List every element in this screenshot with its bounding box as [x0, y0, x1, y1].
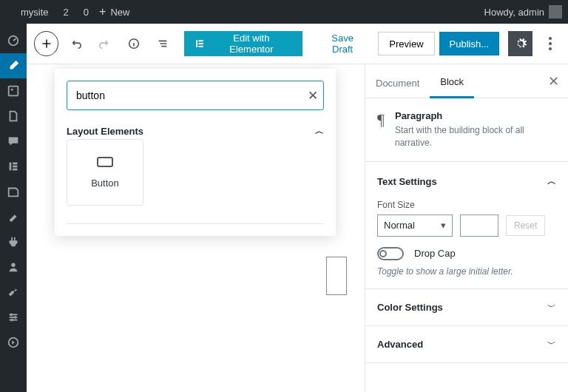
svg-point-8 [11, 263, 15, 267]
svg-point-14 [10, 319, 13, 322]
info-button[interactable] [121, 31, 146, 56]
menu-templates[interactable] [0, 179, 27, 204]
svg-rect-17 [196, 40, 197, 47]
menu-users[interactable] [0, 254, 27, 280]
save-draft-button[interactable]: Save Draft [311, 33, 373, 55]
new-content[interactable]: +New [99, 5, 129, 18]
svg-rect-20 [199, 46, 203, 47]
undo-button[interactable] [63, 31, 87, 56]
chevron-down-icon: ﹀ [547, 301, 556, 314]
color-settings-header[interactable]: Color Settings ﹀ [365, 289, 568, 326]
editor-canvas[interactable]: ✕ Layout Elements ︿ Button [27, 64, 365, 392]
svg-rect-7 [13, 169, 17, 171]
svg-rect-6 [13, 166, 17, 168]
advanced-header[interactable]: Advanced ﹀ [365, 326, 568, 363]
inserter-category-header[interactable]: Layout Elements ︿ [67, 124, 324, 139]
block-item-button[interactable]: Button [67, 139, 143, 206]
redo-button[interactable] [92, 31, 117, 56]
font-size-select[interactable]: Normal [377, 214, 453, 237]
drop-cap-toggle[interactable] [377, 247, 404, 260]
reset-button[interactable]: Reset [506, 215, 545, 236]
menu-dashboard[interactable] [0, 28, 27, 53]
menu-plugins[interactable] [0, 229, 27, 254]
comments[interactable]: 0 [79, 7, 89, 18]
svg-rect-5 [13, 163, 17, 165]
drop-cap-label: Drop Cap [414, 248, 456, 259]
svg-point-12 [10, 314, 13, 317]
text-settings-header[interactable]: Text Settings ︿ [377, 174, 556, 189]
more-menu-button[interactable] [540, 31, 561, 56]
svg-rect-18 [199, 40, 203, 41]
preview-button[interactable]: Preview [378, 32, 434, 55]
menu-elementor[interactable] [0, 154, 27, 179]
tab-document[interactable]: Document [365, 69, 430, 98]
edit-with-elementor-button[interactable]: Edit with Elementor [184, 31, 302, 56]
button-block-icon [97, 157, 113, 167]
menu-media[interactable] [0, 78, 27, 104]
font-size-number-input[interactable] [460, 214, 498, 237]
svg-point-13 [14, 316, 17, 319]
close-sidebar-icon[interactable]: ✕ [548, 73, 559, 89]
canvas-block-outline [326, 257, 347, 295]
block-inserter: ✕ Layout Elements ︿ Button [55, 69, 336, 236]
menu-appearance[interactable] [0, 204, 27, 229]
avatar [549, 5, 562, 18]
block-description: Start with the building block of all nar… [395, 124, 556, 149]
paragraph-icon: ¶ [377, 110, 385, 149]
my-account[interactable]: Howdy, admin [484, 5, 562, 18]
block-name: Paragraph [395, 110, 556, 121]
editor-toolbar: Edit with Elementor Save Draft Preview P… [27, 24, 568, 64]
chevron-up-icon: ︿ [547, 175, 556, 188]
publish-button[interactable]: Publish... [439, 32, 499, 55]
svg-rect-2 [9, 87, 18, 96]
add-block-button[interactable] [34, 31, 58, 56]
svg-rect-19 [199, 43, 203, 44]
chevron-down-icon: ﹀ [547, 338, 556, 351]
menu-settings[interactable] [0, 305, 27, 330]
updates[interactable]: 2 [59, 7, 69, 18]
svg-rect-4 [10, 163, 12, 171]
tab-block[interactable]: Block [430, 67, 474, 98]
menu-posts[interactable] [0, 53, 27, 78]
outline-button[interactable] [151, 31, 175, 56]
admin-menu [0, 24, 27, 392]
settings-toggle[interactable] [508, 31, 532, 56]
admin-bar: mysite 2 0 +New Howdy, admin [0, 0, 568, 24]
menu-tools[interactable] [0, 280, 27, 305]
svg-point-3 [11, 89, 13, 91]
inserter-search-input[interactable] [67, 81, 324, 110]
drop-cap-hint: Toggle to show a large initial letter. [377, 266, 556, 277]
menu-comments[interactable] [0, 129, 27, 154]
menu-collapse[interactable] [0, 330, 27, 355]
menu-pages[interactable] [0, 104, 27, 129]
settings-sidebar: Document Block ✕ ¶ Paragraph Start with … [365, 64, 568, 392]
clear-search-icon[interactable]: ✕ [308, 88, 318, 104]
chevron-up-icon: ︿ [315, 125, 324, 138]
site-link[interactable]: mysite [16, 7, 49, 18]
font-size-label: Font Size [377, 200, 556, 210]
